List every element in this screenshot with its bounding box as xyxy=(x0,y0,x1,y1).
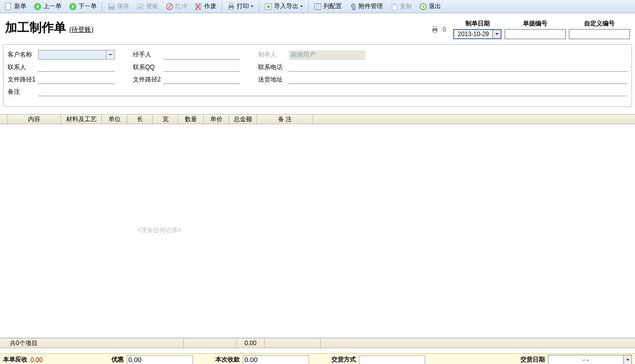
exit-button[interactable]: 退出 xyxy=(416,1,445,12)
arrow-right-icon xyxy=(69,3,77,11)
row-count: 共0个项目 xyxy=(8,339,184,348)
paynow-label: 本次收款 xyxy=(215,355,240,364)
col-total[interactable]: 总金额 xyxy=(229,115,257,124)
exit-icon xyxy=(419,3,427,11)
svg-rect-22 xyxy=(433,26,436,29)
print-button[interactable]: 打印 xyxy=(224,1,257,12)
import-export-button[interactable]: 导入导出 xyxy=(261,1,307,12)
billno-label: 单据编号 xyxy=(523,19,547,28)
toolbar: 新单 上一单 下一单 保存 登账 红冲 作废 打印 导入导出 列配置 附件管理 … xyxy=(0,0,635,13)
post-icon xyxy=(136,3,145,11)
path1-input[interactable] xyxy=(38,75,115,84)
paynow-input[interactable] xyxy=(243,355,309,365)
void-icon xyxy=(195,3,203,11)
svg-rect-4 xyxy=(109,4,114,6)
import-export-icon xyxy=(264,3,272,11)
contact-label: 联系人 xyxy=(8,63,38,72)
bill-no-field[interactable] xyxy=(505,29,566,39)
grid-footer: 共0个项目 0.00 xyxy=(0,338,635,348)
attach-button[interactable]: 附件管理 xyxy=(345,1,386,12)
phone-label: 联系电话 xyxy=(258,63,289,72)
path2-label: 文件路径2 xyxy=(133,75,163,84)
handler-label: 经手人 xyxy=(133,50,163,59)
new-button[interactable]: 新单 xyxy=(1,1,30,12)
grid-header: 内容 材料及工艺 单位 长 宽 数量 单价 总金额 备 注 xyxy=(0,114,635,124)
col-content[interactable]: 内容 xyxy=(8,115,61,124)
form-panel: 客户名称 ··· 经手人 制单人超级用户 联系人 联系QQ 联系电话 文件路径1… xyxy=(3,44,632,107)
chevron-down-icon[interactable] xyxy=(623,355,631,365)
svg-rect-13 xyxy=(230,8,233,10)
creator-value: 超级用户 xyxy=(289,50,365,60)
handler-input[interactable] xyxy=(163,50,240,60)
delivery-date-picker[interactable]: - - xyxy=(548,355,632,365)
header-band: 加工制作单 (待登账) 0 制单日期 2013-10-29 单据编号 自定义编号 xyxy=(0,13,635,44)
creator-label: 制单人 xyxy=(258,50,289,59)
print-icon xyxy=(227,3,235,11)
due-label: 本单应收 xyxy=(3,355,27,364)
grid-body[interactable]: <没有任何记录> xyxy=(0,124,635,338)
svg-rect-15 xyxy=(315,4,321,10)
svg-rect-23 xyxy=(433,31,436,33)
copy-button[interactable]: 复制 xyxy=(386,1,416,12)
svg-rect-19 xyxy=(393,5,397,10)
chevron-down-icon[interactable] xyxy=(250,3,254,11)
grid-empty-text: <没有任何记录> xyxy=(137,226,181,235)
columns-icon xyxy=(314,3,322,11)
due-value: 0.00 xyxy=(31,356,109,363)
post-button[interactable]: 登账 xyxy=(133,1,162,12)
void-button[interactable]: 作废 xyxy=(191,1,220,12)
addr-input[interactable] xyxy=(289,75,627,84)
save-button[interactable]: 保存 xyxy=(104,1,133,12)
save-icon xyxy=(107,3,116,11)
sum-total: 0.00 xyxy=(237,339,265,348)
path2-input[interactable] xyxy=(163,75,240,84)
svg-line-7 xyxy=(168,5,172,9)
contact-input[interactable] xyxy=(38,63,115,72)
col-width[interactable]: 宽 xyxy=(153,115,178,124)
prev-button[interactable]: 上一单 xyxy=(30,1,65,12)
grid: 内容 材料及工艺 单位 长 宽 数量 单价 总金额 备 注 <没有任何记录> 共… xyxy=(0,114,635,348)
reverse-icon xyxy=(165,3,174,11)
col-remark[interactable]: 备 注 xyxy=(257,115,313,124)
arrow-left-icon xyxy=(34,3,42,11)
addr-label: 送货地址 xyxy=(258,75,289,84)
print-count[interactable]: 0 xyxy=(431,25,446,34)
customer-label: 客户名称 xyxy=(8,50,38,59)
remark-input[interactable] xyxy=(38,87,627,96)
qq-label: 联系QQ xyxy=(133,63,163,72)
col-unit[interactable]: 单位 xyxy=(102,115,127,124)
col-selector[interactable] xyxy=(0,115,8,124)
date-label: 制单日期 xyxy=(465,19,490,28)
customno-label: 自定义编号 xyxy=(584,19,615,28)
discount-label: 优惠 xyxy=(112,355,124,364)
qq-input[interactable] xyxy=(163,63,240,72)
copy-icon xyxy=(390,3,398,11)
customer-input[interactable] xyxy=(38,50,115,60)
printer-icon xyxy=(431,25,439,34)
chevron-down-icon[interactable] xyxy=(299,3,303,11)
svg-rect-12 xyxy=(230,4,233,6)
lookup-button[interactable]: ··· xyxy=(106,50,114,59)
custom-no-field[interactable] xyxy=(569,29,630,39)
new-icon xyxy=(5,3,13,11)
method-input[interactable] xyxy=(359,355,425,365)
col-qty[interactable]: 数量 xyxy=(178,115,204,124)
doc-date-picker[interactable]: 2013-10-29 xyxy=(453,29,502,39)
doc-status-link[interactable]: (待登账) xyxy=(69,25,94,34)
path1-label: 文件路径1 xyxy=(8,75,38,84)
columns-button[interactable]: 列配置 xyxy=(310,1,345,12)
col-length[interactable]: 长 xyxy=(127,115,153,124)
phone-input[interactable] xyxy=(289,63,627,72)
col-material[interactable]: 材料及工艺 xyxy=(61,115,102,124)
page-title: 加工制作单 xyxy=(5,19,66,36)
chevron-down-icon[interactable] xyxy=(492,30,501,38)
reverse-button[interactable]: 红冲 xyxy=(162,1,191,12)
discount-input[interactable] xyxy=(127,355,193,365)
paperclip-icon xyxy=(349,3,357,11)
svg-rect-5 xyxy=(137,4,144,9)
next-button[interactable]: 下一单 xyxy=(65,1,100,12)
method-label: 交货方式 xyxy=(332,355,356,364)
footer-bar: 本单应收0.00 优惠 本次收款 交货方式 交货日期 - - xyxy=(0,353,635,364)
delivery-date-label: 交货日期 xyxy=(520,355,545,364)
col-price[interactable]: 单价 xyxy=(204,115,229,124)
